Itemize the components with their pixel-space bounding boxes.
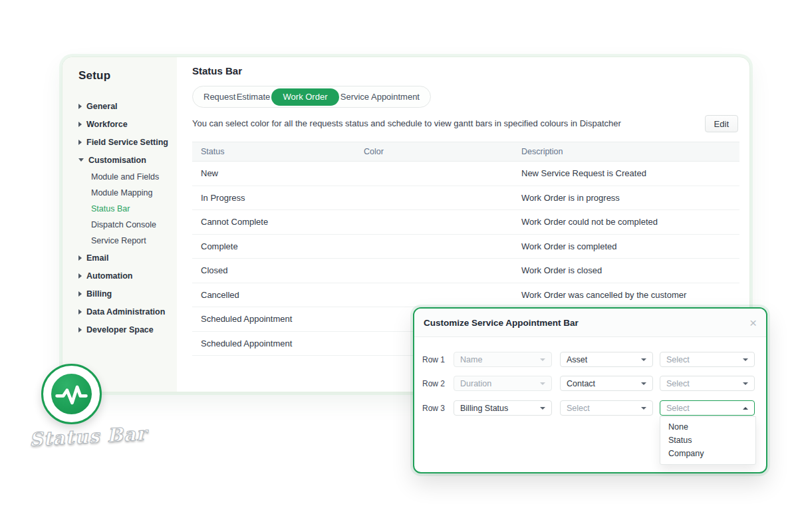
tab-request[interactable]: Request — [203, 92, 235, 102]
sidebar-item-label: Data Administration — [86, 307, 165, 317]
chevron-down-icon — [743, 358, 748, 361]
chevron-right-icon — [78, 327, 82, 332]
row3-field3-select[interactable]: Select — [660, 400, 755, 416]
tab-estimate[interactable]: Estimate — [237, 92, 271, 102]
select-value: Name — [460, 355, 482, 364]
row3-field1-select[interactable]: Billing Status — [454, 400, 552, 416]
sidebar-item-field-service-setting[interactable]: Field Service Setting — [78, 133, 177, 151]
module-tabbar: Request Estimate Work Order Service Appo… — [192, 86, 431, 108]
sidebar-item-developer-space[interactable]: Developer Space — [78, 321, 177, 338]
tab-work-order[interactable]: Work Order — [271, 88, 340, 106]
description-cell: Work Order is in progress — [521, 193, 739, 203]
dropdown-option-company[interactable]: Company — [660, 447, 755, 460]
sidebar-item-label: Workforce — [86, 120, 128, 129]
select-value: Asset — [567, 355, 587, 364]
dropdown-option-status[interactable]: Status — [660, 434, 755, 447]
row-label: Row 1 — [422, 355, 454, 364]
sidebar-item-general[interactable]: General — [78, 97, 177, 115]
chevron-right-icon — [78, 273, 82, 279]
chevron-right-icon — [78, 255, 82, 261]
select-value: Billing Status — [460, 404, 508, 413]
sidebar-item-customisation[interactable]: Customisation — [78, 151, 177, 169]
select-value: Select — [666, 379, 690, 388]
row-label: Row 2 — [422, 379, 454, 388]
chevron-down-icon — [743, 382, 748, 385]
sidebar-subitem-label: Service Report — [91, 236, 146, 245]
sidebar-item-label: Field Service Setting — [86, 138, 168, 147]
header-description: Description — [521, 147, 739, 156]
sidebar-item-workforce[interactable]: Workforce — [78, 115, 177, 133]
sidebar-subitem-label: Status Bar — [91, 204, 130, 213]
table-row: Cannot Complete Work Order could not be … — [192, 210, 739, 235]
sidebar-item-label: Customisation — [88, 156, 146, 165]
row1-field2-select[interactable]: Asset — [560, 352, 653, 367]
table-row: Closed Work Order is closed — [192, 259, 739, 283]
customisation-subnav: Module and Fields Module Mapping Status … — [78, 169, 177, 249]
page-description: You can select color for all the request… — [192, 118, 621, 128]
tab-service-appointment[interactable]: Service Appointment — [340, 92, 420, 102]
sidebar-item-label: Billing — [86, 289, 112, 299]
description-cell: Work Order was cancelled by the customer — [521, 290, 739, 300]
sidebar-item-data-administration[interactable]: Data Administration — [78, 303, 177, 321]
status-cell: Cancelled — [192, 290, 364, 300]
status-cell: In Progress — [192, 193, 364, 203]
sidebar-item-status-bar[interactable]: Status Bar — [91, 201, 177, 217]
row3-field2-select[interactable]: Select — [560, 400, 653, 416]
status-cell: Closed — [192, 265, 364, 275]
sidebar-item-dispatch-console[interactable]: Dispatch Console — [91, 217, 177, 233]
modal-row-2: Row 2 Duration Contact Select — [422, 376, 755, 391]
sidebar-subitem-label: Module and Fields — [91, 172, 159, 182]
select-value: Select — [666, 355, 690, 364]
description-cell: Work Order is completed — [521, 241, 739, 251]
sidebar-item-billing[interactable]: Billing — [78, 285, 177, 303]
select-value: Contact — [567, 379, 595, 388]
chevron-down-icon — [641, 382, 646, 385]
row-label: Row 3 — [422, 404, 454, 413]
status-table-header: Status Color Description — [192, 142, 739, 162]
status-cell: Scheduled Appointment — [192, 314, 364, 324]
chevron-right-icon — [78, 291, 82, 297]
status-cell: Complete — [192, 241, 364, 251]
select-value: Duration — [460, 379, 491, 388]
description-cell: Work Order is closed — [521, 265, 739, 275]
chevron-down-icon — [641, 358, 646, 361]
sidebar-item-module-mapping[interactable]: Module Mapping — [91, 185, 177, 201]
modal-title: Customize Service Appointment Bar — [424, 318, 579, 328]
edit-button[interactable]: Edit — [705, 115, 738, 132]
sidebar-item-module-and-fields[interactable]: Module and Fields — [91, 169, 177, 185]
description-cell: Work Order could not be completed — [521, 217, 739, 227]
status-cell: Cannot Complete — [192, 217, 364, 227]
select-value: Select — [666, 404, 690, 413]
sidebar-item-label: Email — [86, 253, 108, 263]
sidebar-item-label: General — [86, 102, 118, 111]
table-row: In Progress Work Order is in progress — [192, 186, 739, 211]
sidebar-item-label: Automation — [86, 271, 132, 281]
sidebar-item-email[interactable]: Email — [78, 249, 177, 267]
page-title: Status Bar — [192, 65, 242, 76]
dropdown-option-none[interactable]: None — [660, 420, 755, 434]
select-value: Select — [567, 404, 590, 413]
select-dropdown-menu: None Status Company — [660, 416, 756, 465]
sidebar-item-automation[interactable]: Automation — [78, 267, 177, 285]
close-icon[interactable]: × — [749, 317, 757, 329]
chevron-down-icon — [540, 382, 545, 385]
badge-script-label: Status Bar — [29, 422, 149, 450]
row2-field2-select[interactable]: Contact — [560, 376, 653, 391]
sidebar-subitem-label: Module Mapping — [91, 188, 152, 198]
row2-field3-select[interactable]: Select — [660, 376, 755, 391]
table-row: New New Service Request is Created — [192, 162, 739, 186]
row1-field3-select[interactable]: Select — [660, 352, 755, 367]
chevron-right-icon — [78, 309, 82, 315]
sidebar-item-service-report[interactable]: Service Report — [91, 233, 177, 249]
chevron-right-icon — [78, 140, 82, 145]
modal-row-1: Row 1 Name Asset Select — [422, 352, 755, 367]
chevron-right-icon — [78, 104, 82, 109]
chevron-down-icon — [78, 158, 84, 162]
status-bar-badge — [41, 364, 102, 424]
chevron-down-icon — [540, 358, 545, 361]
chevron-down-icon — [540, 407, 545, 410]
customize-service-appointment-modal: Customize Service Appointment Bar × Row … — [413, 307, 767, 473]
chevron-down-icon — [641, 407, 646, 410]
header-status: Status — [192, 147, 364, 156]
status-cell: Scheduled Appointment — [192, 338, 364, 348]
